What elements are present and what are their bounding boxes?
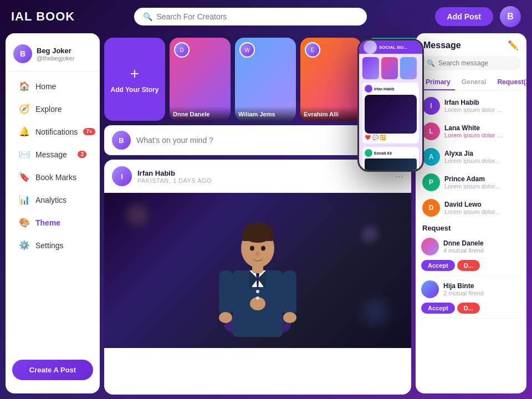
user-handle: @thebegjoker — [37, 55, 75, 62]
notifications-icon: 🔔 — [19, 126, 30, 137]
phone-story-add — [362, 57, 379, 79]
contact-item[interactable]: D David Lewo Lorem ipsum dolor... — [416, 195, 526, 221]
post-more-button[interactable]: ··· — [395, 171, 403, 182]
decline-button-2[interactable]: D... — [457, 303, 480, 314]
contact-text: Lorem ipsum dolor sit amet. — [444, 106, 505, 113]
main-layout: B Beg Joker @thebegjoker 🏠 Home 🧭 Explor… — [0, 33, 532, 399]
post-username: Irfan Habib — [137, 169, 212, 177]
phone-mockup: SOCIAL BO... Irfan Habib ❤️ 💬 🔁 Emrall A — [357, 39, 424, 172]
sidebar-item-message[interactable]: ✉️ Message 3 — [10, 144, 95, 165]
sidebar-item-theme[interactable]: 🎨 Theme — [10, 212, 95, 233]
tab-request[interactable]: Request(2) — [493, 75, 526, 90]
sidebar-item-label: Explore — [35, 105, 62, 114]
request-info-2: Hija Binte 2 mutual firend — [443, 282, 484, 296]
sidebar-item-explore[interactable]: 🧭 Explore — [10, 98, 95, 120]
story-name-2: Wiliam Jems — [235, 106, 296, 121]
phone-avatar — [364, 40, 377, 54]
sidebar-item-label: Settings — [35, 241, 64, 250]
phone-stories — [362, 57, 419, 79]
search-icon: 🔍 — [143, 12, 152, 21]
contact-item[interactable]: I Irfan Habib Lorem ipsum dolor sit amet… — [416, 93, 526, 119]
request-user-1: Dnne Danele 4 mutual firend — [421, 236, 521, 258]
post-input[interactable] — [136, 136, 361, 145]
request-user-2: Hija Binte 2 mutual firend — [421, 278, 521, 300]
contact-avatar: P — [422, 173, 440, 191]
contact-item[interactable]: A Alyxa Jia Lorem ipsum dolor... — [416, 144, 526, 170]
contact-text: Lorem ipsum dolor si... — [444, 132, 505, 139]
svg-point-15 — [219, 312, 232, 323]
sidebar-item-settings[interactable]: ⚙️ Settings — [10, 234, 95, 256]
contacts-list: I Irfan Habib Lorem ipsum dolor sit amet… — [416, 91, 526, 393]
add-story-label: Add Your Story — [111, 86, 159, 94]
bookmarks-icon: 🔖 — [19, 172, 30, 182]
settings-icon: ⚙️ — [19, 240, 30, 250]
edit-icon[interactable]: ✏️ — [508, 40, 519, 50]
sidebar-item-bookmarks[interactable]: 🔖 Book Marks — [10, 166, 95, 188]
search-input[interactable] — [157, 12, 358, 21]
svg-rect-14 — [283, 270, 296, 315]
sidebar-item-home[interactable]: 🏠 Home — [10, 75, 95, 97]
phone-post-card: Irfan Habib ❤️ 💬 🔁 — [362, 83, 419, 144]
app-logo: IAL BOOK — [11, 9, 100, 24]
header: IAL BOOK 🔍 Add Post B — [0, 0, 532, 33]
user-profile[interactable]: B Beg Joker @thebegjoker — [6, 40, 100, 71]
tab-primary[interactable]: Primary — [421, 75, 455, 90]
request-mutual-2: 2 mutual firend — [443, 290, 484, 296]
svg-point-19 — [256, 296, 259, 300]
contact-info: David Lewo Lorem ipsum dolor... — [444, 201, 500, 215]
username: Beg Joker — [37, 47, 75, 55]
phone-content: Irfan Habib ❤️ 💬 🔁 Emrall Ali ❤️ 💬 🔁 — [359, 54, 422, 172]
story-avatar-3: E — [305, 42, 320, 58]
request-buttons-1: Accept D... — [421, 260, 521, 271]
add-post-button[interactable]: Add Post — [435, 7, 493, 26]
phone-story-1 — [381, 57, 398, 79]
message-title: Message — [423, 40, 461, 50]
contact-text: Lorem ipsum dolor... — [444, 183, 500, 190]
add-story-card[interactable]: + Add Your Story — [104, 38, 165, 121]
story-name-3: Evrahim Alli — [300, 106, 361, 121]
user-avatar-header[interactable]: B — [500, 6, 521, 27]
svg-point-16 — [283, 312, 296, 323]
decline-button-1[interactable]: D... — [457, 260, 480, 271]
phone-post-image — [365, 95, 417, 134]
sidebar-item-notifications[interactable]: 🔔 Notifications 7+ — [10, 121, 95, 142]
phone-post-card-2: Emrall Ali ❤️ 💬 🔁 — [362, 147, 419, 172]
search-bar[interactable]: 🔍 — [134, 8, 367, 25]
sidebar-item-analytics[interactable]: 📊 Analytics — [10, 189, 95, 211]
accept-button-2[interactable]: Accept — [421, 303, 455, 314]
request-avatar-1 — [421, 238, 439, 255]
request-card-1: Dnne Danele 4 mutual firend Accept D... — [421, 236, 521, 276]
story-name-1: Dnne Danele — [170, 106, 231, 121]
svg-rect-13 — [219, 270, 233, 315]
post-user-avatar: I — [112, 166, 132, 186]
explore-icon: 🧭 — [19, 104, 30, 114]
message-search-input[interactable] — [438, 59, 515, 67]
message-search[interactable]: 🔍 — [421, 56, 521, 70]
story-card-1[interactable]: D Dnne Danele — [170, 38, 231, 121]
sidebar-item-label: Notifications — [35, 127, 78, 136]
story-card-3[interactable]: E Evrahim Alli — [300, 38, 361, 121]
user-info: Beg Joker @thebegjoker — [37, 47, 75, 62]
contact-item[interactable]: P Prince Adam Lorem ipsum dolor... — [416, 170, 526, 195]
svg-point-18 — [256, 290, 259, 293]
contact-item[interactable]: L Lana White Lorem ipsum dolor si... — [416, 119, 526, 144]
contact-info: Alyxa Jia Lorem ipsum dolor... — [444, 150, 500, 164]
story-avatar-2: W — [239, 42, 255, 58]
sidebar-item-label: Analytics — [35, 196, 66, 204]
analytics-icon: 📊 — [19, 195, 30, 205]
create-post-button[interactable]: Create A Post — [12, 360, 93, 380]
story-avatar-1: D — [174, 42, 190, 58]
sidebar-item-label: Theme — [35, 218, 60, 227]
contact-info: Irfan Habib Lorem ipsum dolor sit amet. — [444, 99, 505, 113]
sidebar-item-label: Book Marks — [35, 173, 76, 182]
message-header: Message ✏️ — [416, 33, 526, 54]
request-card-2: Hija Binte 2 mutual firend Accept D... — [421, 278, 521, 319]
contact-avatar: A — [422, 148, 440, 166]
msg-search-icon: 🔍 — [427, 59, 435, 67]
accept-button-1[interactable]: Accept — [421, 260, 455, 271]
message-icon: ✉️ — [19, 149, 30, 160]
story-card-2[interactable]: W Wiliam Jems — [235, 38, 296, 121]
sidebar-item-label: Home — [35, 82, 56, 91]
contact-name: David Lewo — [444, 201, 500, 208]
tab-general[interactable]: General — [457, 75, 491, 90]
